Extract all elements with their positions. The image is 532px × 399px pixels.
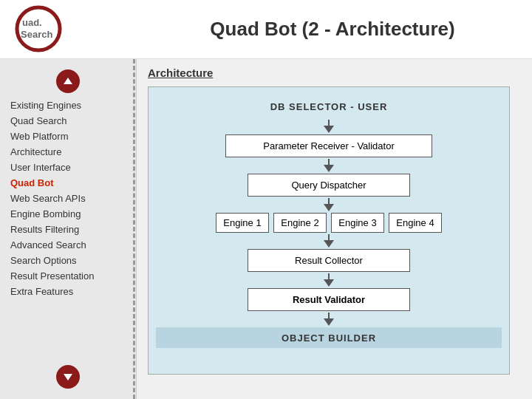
engine-4-box: Engine 4 [389,213,442,233]
header: uad. Search Quad Bot (2 - Architecture) [0,0,532,59]
object-builder-label: OBJECT BUILDER [282,332,376,344]
architecture-diagram: DB SELECTOR - USER Parameter Receiver - … [148,86,510,375]
engine-3-box: Engine 3 [331,213,384,233]
sidebar-item-results-filtering[interactable]: Results Filtering [6,222,130,237]
param-receiver-box: Parameter Receiver - Validator [225,134,432,157]
svg-text:uad.: uad. [22,17,42,28]
sidebar-bottom-arrow [0,362,136,392]
sidebar-item-web-search-apis[interactable]: Web Search APIs [6,191,130,206]
scroll-down-button[interactable] [56,365,80,389]
db-selector-label: DB SELECTOR - USER [270,101,388,112]
svg-marker-4 [64,374,72,381]
sidebar-item-engine-bombing[interactable]: Engine Bombing [6,206,130,222]
content-area: Architecture DB SELECTOR - USER Paramete… [137,59,532,399]
engine-2-box: Engine 2 [273,213,327,233]
scroll-up-button[interactable] [56,69,80,93]
sidebar-item-result-presentation[interactable]: Result Presentation [6,268,130,284]
sidebar-nav: Existing Engines Quad Search Web Platfor… [0,98,136,362]
main-layout: Existing Engines Quad Search Web Platfor… [0,59,532,399]
arrow-4 [324,233,334,249]
sidebar-item-user-interface[interactable]: User Interface [6,160,130,175]
arrow-2 [324,157,334,174]
page-title: Quad Bot (2 - Architecture) [148,18,517,41]
svg-marker-3 [64,78,72,84]
query-dispatcher-box: Query Dispatcher [248,174,410,197]
result-collector-box: Result Collector [248,249,410,272]
sidebar: Existing Engines Quad Search Web Platfor… [0,59,137,399]
svg-text:Search: Search [21,29,52,40]
sidebar-item-existing-engines[interactable]: Existing Engines [6,98,130,113]
engines-row: Engine 1 Engine 2 Engine 3 Engine 4 [216,213,442,233]
sidebar-item-advanced-search[interactable]: Advanced Search [6,237,130,253]
sidebar-item-quad-search[interactable]: Quad Search [6,113,130,129]
arrow-1 [324,118,334,134]
sidebar-item-architecture[interactable]: Architecture [6,144,130,160]
logo: uad. Search [15,5,148,53]
sidebar-item-extra-features[interactable]: Extra Features [6,284,130,299]
sidebar-item-quad-bot[interactable]: Quad Bot [6,175,130,191]
logo-icon: uad. Search [15,5,63,53]
arrow-5 [324,272,334,288]
sidebar-item-search-options[interactable]: Search Options [6,253,130,268]
engine-1-box: Engine 1 [216,213,269,233]
arrow-3 [324,197,334,213]
result-validator-box: Result Validator [248,288,410,311]
sidebar-divider [133,59,136,399]
section-title: Architecture [148,66,521,79]
arrow-6 [324,311,334,327]
sidebar-top-arrow [0,66,136,98]
sidebar-item-web-platform[interactable]: Web Platform [6,129,130,144]
